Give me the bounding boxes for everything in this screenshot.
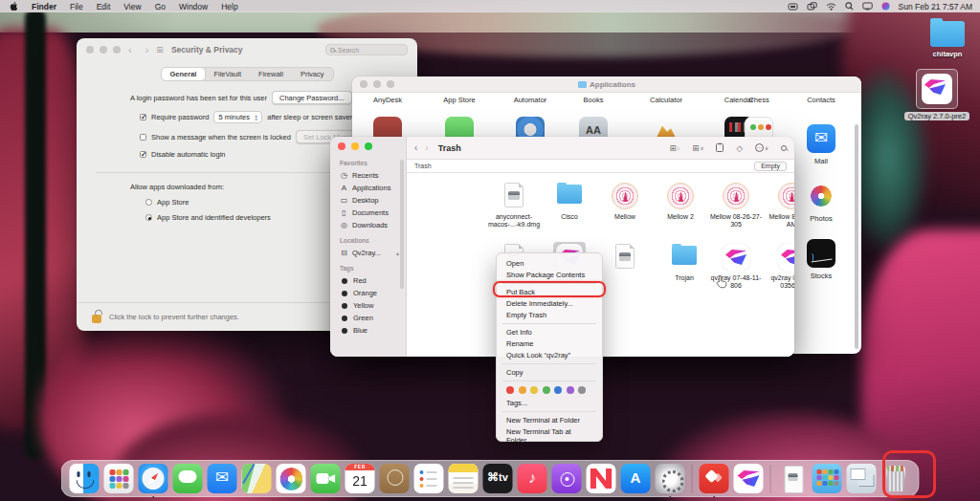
menu-edit[interactable]: Edit xyxy=(90,2,118,11)
forward-button[interactable]: › xyxy=(425,142,428,153)
dock-applications-folder-icon[interactable] xyxy=(813,464,842,493)
more-actions-icon[interactable]: ⋯∨ xyxy=(755,143,768,152)
sidebar-item-desktop[interactable]: ▭Desktop xyxy=(338,194,406,207)
sidebar-tag-orange[interactable]: Orange xyxy=(338,287,406,299)
sidebar-scrollbar[interactable] xyxy=(400,160,404,289)
sidebar-item-qv2ray-volume[interactable]: ⊟Qv2ray...▲ xyxy=(338,247,406,259)
tab-privacy[interactable]: Privacy xyxy=(292,68,333,80)
file-cisco-folder[interactable]: Cisco xyxy=(542,181,597,221)
dock-reminders-icon[interactable] xyxy=(414,464,444,493)
tag-blue[interactable] xyxy=(554,386,562,394)
app-icon-mail[interactable] xyxy=(807,124,835,153)
file-qv2ray-3[interactable]: qv2ray 07-50-035692 xyxy=(764,242,794,290)
sidebar-item-downloads[interactable]: ◎Downloads xyxy=(338,219,406,231)
menu-item-copy[interactable]: Copy xyxy=(497,366,602,378)
search-icon[interactable] xyxy=(781,145,787,151)
sidebar-item-applications[interactable]: AApplications xyxy=(338,182,406,194)
sidebar-tag-green[interactable]: Green xyxy=(338,312,406,324)
menu-bar-clock[interactable]: Sun Feb 21 7:57 AM xyxy=(899,2,973,11)
menu-item-put-back[interactable]: Put Back xyxy=(497,286,602,297)
back-button[interactable]: ‹ xyxy=(414,142,417,153)
require-password-checkbox[interactable] xyxy=(140,114,146,120)
file-hidden-dmg[interactable] xyxy=(597,242,653,272)
screen-mirroring-icon[interactable] xyxy=(807,2,817,11)
app-icon-photos[interactable] xyxy=(807,182,835,210)
dock-photos-icon[interactable] xyxy=(277,464,306,493)
menu-item-quick-look[interactable]: Quick Look “qv2ray” xyxy=(497,349,602,360)
dock-anydesk-icon[interactable] xyxy=(700,464,729,493)
dock-system-preferences-icon[interactable] xyxy=(656,464,685,493)
show-all-icon[interactable]: ⊞ xyxy=(156,45,164,54)
menu-item-rename[interactable]: Rename xyxy=(497,338,602,349)
change-password-button[interactable]: Change Password... xyxy=(272,91,352,104)
dock-mail-icon[interactable]: ✉ xyxy=(208,464,237,493)
window-controls[interactable] xyxy=(86,46,121,54)
app-label-anydesk[interactable]: AnyDesk xyxy=(373,96,402,104)
tag-icon[interactable]: ◇ xyxy=(736,143,743,153)
menu-finder[interactable]: Finder xyxy=(25,2,63,11)
menu-view[interactable]: View xyxy=(117,2,147,11)
dock-launchpad-icon[interactable] xyxy=(104,464,134,493)
disable-auto-login-checkbox[interactable] xyxy=(140,151,146,158)
dock-appstore-icon[interactable]: A xyxy=(621,464,651,493)
tab-general[interactable]: General xyxy=(162,68,206,80)
tab-filevault[interactable]: FileVault xyxy=(205,68,250,80)
app-label-calculator[interactable]: Calculator xyxy=(650,96,682,104)
tag-purple[interactable] xyxy=(567,386,574,394)
app-label-contacts[interactable]: Contacts xyxy=(807,96,835,104)
tab-firewall[interactable]: Firewall xyxy=(250,68,292,80)
desktop-icon-chitavpn[interactable]: chitavpn xyxy=(913,21,980,58)
file-anyconnect-dmg[interactable]: anyconnect-macos-...-k9.dmg xyxy=(486,181,542,229)
menu-help[interactable]: Help xyxy=(214,2,244,11)
lock-message-checkbox[interactable] xyxy=(140,134,146,141)
menu-item-show-package-contents[interactable]: Show Package Contents xyxy=(497,269,602,280)
menu-file[interactable]: File xyxy=(63,2,90,11)
dock-messages-icon[interactable] xyxy=(173,464,203,493)
empty-trash-button[interactable]: Empty xyxy=(754,162,787,171)
dock-music-icon[interactable]: ♪ xyxy=(518,464,547,493)
search-field[interactable]: Search xyxy=(325,44,408,55)
wifi-icon[interactable] xyxy=(826,3,836,11)
dock-maps-icon[interactable] xyxy=(242,464,272,493)
dock-dmg-file-icon[interactable] xyxy=(778,464,808,493)
dock-calendar-icon[interactable]: FEB21 xyxy=(345,464,375,493)
interval-dropdown[interactable]: 5 minutes∧∨ xyxy=(213,111,262,123)
spotlight-icon[interactable] xyxy=(845,2,854,11)
view-options-icon[interactable]: ⊞↕ xyxy=(669,143,679,153)
app-store-radio[interactable] xyxy=(145,199,152,206)
file-mellow-2[interactable]: Mellow 2 xyxy=(653,181,708,221)
file-mellow-4[interactable]: Mellow 8.31.26 AM xyxy=(764,181,794,229)
window-controls[interactable] xyxy=(338,142,406,150)
forward-button[interactable]: › xyxy=(145,44,149,55)
dock-safari-icon[interactable] xyxy=(139,464,168,493)
display-icon[interactable] xyxy=(862,2,873,11)
dock-facetime-icon[interactable] xyxy=(311,464,341,493)
tag-orange[interactable] xyxy=(519,386,526,394)
file-trojan-folder[interactable]: Trojan xyxy=(657,242,712,282)
sidebar-item-documents[interactable]: ▯Documents xyxy=(338,207,406,219)
menu-item-tags[interactable]: Tags... xyxy=(497,397,602,408)
dock-finder-icon[interactable] xyxy=(70,464,100,493)
app-label-books[interactable]: Books xyxy=(584,96,604,104)
sidebar-tag-blue[interactable]: Blue xyxy=(338,324,406,337)
menu-item-delete-immediately[interactable]: Delete Immediately... xyxy=(497,297,602,309)
file-mellow[interactable]: Mellow xyxy=(597,181,653,221)
tag-yellow[interactable] xyxy=(530,386,538,394)
app-label-photos[interactable]: Photos xyxy=(810,214,832,223)
back-button[interactable]: ‹ xyxy=(128,44,138,55)
app-label-mail[interactable]: Mail xyxy=(814,157,828,165)
tag-red[interactable] xyxy=(506,386,514,394)
unlocked-padlock-icon[interactable] xyxy=(92,315,101,323)
desktop-icon-qv2ray[interactable]: Qv2ray 2.7.0-pre2 xyxy=(902,69,971,120)
dock-qv2ray-icon[interactable] xyxy=(734,464,764,493)
menu-go[interactable]: Go xyxy=(148,2,172,11)
sidebar-tag-red[interactable]: Red xyxy=(338,274,406,287)
menu-window[interactable]: Window xyxy=(172,2,214,11)
app-store-identified-radio[interactable] xyxy=(145,214,152,221)
apple-menu-icon[interactable] xyxy=(8,1,19,11)
siri-icon[interactable] xyxy=(881,2,890,11)
dock-news-icon[interactable] xyxy=(587,464,616,493)
dock-contacts-icon[interactable] xyxy=(380,464,410,493)
app-icon-stocks[interactable] xyxy=(807,239,835,268)
menu-item-open[interactable]: Open xyxy=(497,257,602,269)
